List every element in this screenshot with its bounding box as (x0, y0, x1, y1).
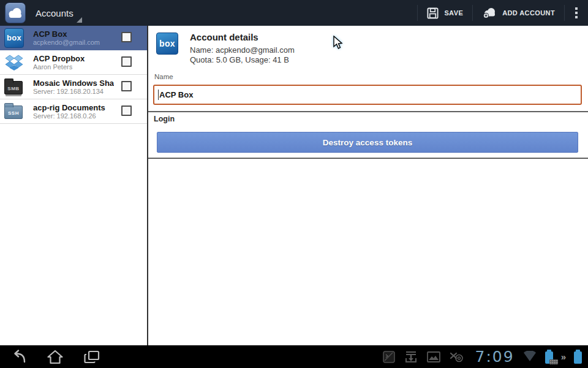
account-details-panel: box Account details Name: acpkendo@gmail… (148, 26, 588, 345)
account-title: Mosaic Windows Shared Fil (33, 79, 114, 88)
smb-account-icon: SMB (4, 77, 24, 97)
sync-disabled-notification-icon (449, 351, 464, 363)
save-icon (427, 7, 439, 19)
box-logo-text: box (7, 33, 21, 42)
account-text: ACP Dropbox Aaron Peters (33, 54, 114, 71)
account-subtitle: Aaron Peters (33, 63, 114, 71)
box-detail-icon: box (156, 33, 178, 55)
account-checkbox[interactable] (121, 105, 132, 116)
recent-apps-button[interactable] (74, 345, 110, 368)
destroy-access-tokens-button[interactable]: Destroy access tokens (157, 132, 578, 153)
account-title: acp-rig Documents (33, 103, 114, 112)
home-icon (47, 350, 63, 364)
account-subtitle: Server: 192.168.0.26 (33, 112, 114, 120)
section-divider (148, 158, 588, 159)
status-clock: 7:09 (475, 349, 514, 364)
spinner-dropdown-icon (77, 17, 82, 23)
screen: Accounts SAVE (0, 0, 588, 368)
details-heading: Account details (190, 32, 258, 42)
mouse-cursor (333, 36, 344, 50)
page-title: Accounts (36, 8, 74, 18)
account-text: ACP Box acpkendo@gmail.com (33, 29, 114, 47)
system-navigation-bar: 7:09 » (0, 345, 588, 368)
details-quota: Quota: 5.0 GB, Usage: 41 B (190, 55, 289, 64)
back-button[interactable] (0, 345, 37, 368)
action-bar-buttons: SAVE ADD ACCOUNT (417, 0, 588, 26)
account-subtitle: Server: 192.168.20.134 (33, 88, 114, 96)
account-text: Mosaic Windows Shared Fil Server: 192.16… (33, 79, 114, 96)
keyboard-dock-icon (549, 359, 558, 364)
terminal-notification-icon (382, 350, 396, 364)
account-list-item-box[interactable]: box ACP Box acpkendo@gmail.com (0, 26, 147, 50)
details-account-name: Name: acpkendo@gmail.com (190, 45, 295, 55)
save-label: SAVE (444, 9, 463, 17)
text-caret (158, 90, 159, 100)
accounts-list: box ACP Box acpkendo@gmail.com (0, 26, 147, 345)
name-input[interactable]: ACP Box (153, 85, 582, 105)
account-subtitle: acpkendo@gmail.com (33, 39, 114, 47)
save-button[interactable]: SAVE (418, 0, 472, 26)
account-checkbox[interactable] (121, 32, 132, 42)
account-list-item-ssh[interactable]: SSH acp-rig Documents Server: 192.168.0.… (0, 99, 147, 124)
add-account-icon (482, 7, 497, 19)
login-section-label: Login (154, 115, 175, 123)
account-list-item-dropbox[interactable]: ACP Dropbox Aaron Peters (0, 50, 147, 75)
tablet-battery-icon (574, 351, 582, 364)
account-checkbox[interactable] (121, 56, 132, 67)
title-spinner[interactable]: Accounts (26, 0, 85, 26)
status-bar[interactable]: 7:09 » (382, 349, 588, 364)
account-checkbox[interactable] (121, 81, 132, 91)
more-notifications-icon: » (561, 352, 566, 361)
box-logo-text: box (159, 39, 175, 48)
download-notification-icon (404, 350, 418, 364)
dock-battery-icon (545, 351, 553, 364)
content-area: box ACP Box acpkendo@gmail.com (0, 26, 588, 345)
account-text: acp-rig Documents Server: 192.168.0.26 (33, 103, 114, 120)
overflow-menu-button[interactable] (565, 0, 588, 26)
ssh-account-icon: SSH (4, 102, 24, 121)
box-account-icon: box (4, 28, 24, 48)
recent-apps-icon (84, 350, 100, 364)
app-icon[interactable] (5, 2, 26, 23)
home-button[interactable] (37, 345, 74, 368)
add-account-button[interactable]: ADD ACCOUNT (473, 0, 564, 26)
ssh-badge: SSH (8, 110, 19, 116)
smb-badge: SMB (7, 86, 19, 91)
name-input-value: ACP Box (159, 90, 193, 99)
cloud-icon (7, 7, 23, 19)
account-list-item-smb[interactable]: SMB Mosaic Windows Shared Fil Server: 19… (0, 75, 147, 99)
account-title: ACP Dropbox (33, 54, 114, 63)
image-notification-icon (426, 350, 441, 364)
action-bar: Accounts SAVE (0, 0, 588, 26)
name-field-label: Name (154, 73, 173, 80)
add-account-label: ADD ACCOUNT (502, 9, 555, 17)
account-title: ACP Box (33, 29, 114, 39)
section-divider (148, 111, 588, 112)
dropbox-account-icon (4, 53, 24, 72)
back-icon (10, 350, 27, 364)
wifi-icon (522, 351, 537, 363)
